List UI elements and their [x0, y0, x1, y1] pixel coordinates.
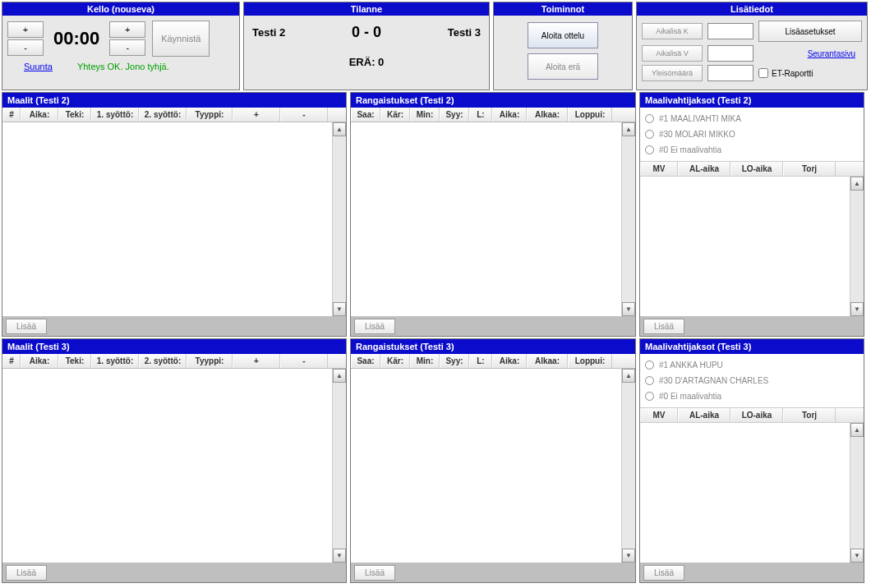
scrollbar[interactable]: ▲ ▼ [621, 369, 635, 563]
start-match-button[interactable]: Aloita ottelu [528, 22, 598, 48]
goalie-away-panel: Maalivahtijaksot (Testi 3) #1 ANKKA HUPU… [639, 338, 864, 583]
timeout-away-input[interactable] [707, 45, 753, 62]
radio-icon[interactable] [645, 376, 654, 385]
penalties-home-panel: Rangaistukset (Testi 2) Saa: Kär: Min: S… [350, 92, 636, 337]
goals-away-header: Maalit (Testi 3) [2, 339, 346, 354]
add-penalty-away-button[interactable]: Lisää [354, 565, 395, 581]
start-clock-button[interactable]: Käynnistä [152, 21, 210, 57]
timeout-home-button[interactable]: Aikalisä K [642, 23, 703, 39]
scroll-up-icon[interactable]: ▲ [622, 369, 635, 383]
add-goalie-period-away-button[interactable]: Lisää [643, 565, 684, 581]
add-goal-away-button[interactable]: Lisää [6, 565, 47, 581]
actions-panel: Toiminnot Aloita ottelu Aloita erä [493, 2, 633, 90]
clock-sec-plus[interactable]: + [109, 21, 145, 38]
scrollbar[interactable]: ▲ ▼ [332, 122, 346, 316]
tracking-page-link[interactable]: Seurantasivu [758, 49, 862, 58]
scroll-up-icon[interactable]: ▲ [850, 423, 864, 437]
score-header: Tilanne [244, 2, 489, 16]
radio-icon[interactable] [645, 130, 654, 139]
attendance-input[interactable] [707, 65, 753, 81]
direction-link[interactable]: Suunta [24, 62, 53, 71]
clock-min-plus[interactable]: + [7, 21, 44, 38]
add-penalty-home-button[interactable]: Lisää [354, 319, 395, 334]
goals-home-header: Maalit (Testi 2) [2, 93, 346, 108]
penalties-away-panel: Rangaistukset (Testi 3) Saa: Kär: Min: S… [350, 338, 636, 583]
scroll-up-icon[interactable]: ▲ [333, 122, 346, 136]
connection-status: Yhteys OK. Jono tyhjä. [77, 62, 169, 71]
et-report-label: ET-Raportti [772, 69, 813, 78]
radio-icon[interactable] [645, 114, 654, 123]
scrollbar[interactable]: ▲ ▼ [332, 369, 346, 563]
period-label: ERÄ: 0 [252, 56, 481, 68]
scroll-down-icon[interactable]: ▼ [622, 549, 635, 563]
extras-panel: Lisätiedot Aikalisä K Lisäasetukset Aika… [636, 2, 868, 90]
goalie-option[interactable]: #0 Ei maalivahtia [645, 142, 859, 158]
goals-home-panel: Maalit (Testi 2) # Aika: Teki: 1. syöttö… [2, 92, 347, 337]
scrollbar[interactable]: ▲ ▼ [850, 177, 864, 316]
score-panel: Tilanne Testi 2 0 - 0 Testi 3 ERÄ: 0 [243, 2, 490, 90]
scroll-up-icon[interactable]: ▲ [333, 369, 346, 383]
goals-home-columns: # Aika: Teki: 1. syöttö: 2. syöttö: Tyyp… [2, 108, 346, 122]
clock-sec-minus[interactable]: - [109, 39, 145, 56]
penalties-home-header: Rangaistukset (Testi 2) [351, 93, 635, 108]
radio-icon[interactable] [645, 392, 654, 401]
scroll-up-icon[interactable]: ▲ [850, 177, 864, 191]
scroll-down-icon[interactable]: ▼ [850, 549, 864, 563]
home-team-name: Testi 2 [252, 26, 285, 39]
penalties-away-header: Rangaistukset (Testi 3) [351, 339, 635, 354]
radio-icon[interactable] [645, 361, 654, 370]
goals-away-panel: Maalit (Testi 3) # Aika: Teki: 1. syöttö… [2, 338, 347, 583]
scrollbar[interactable]: ▲ ▼ [621, 122, 635, 316]
goalie-away-header: Maalivahtijaksot (Testi 3) [640, 339, 864, 354]
add-goalie-period-home-button[interactable]: Lisää [643, 319, 684, 334]
goalie-option[interactable]: #1 MAALIVAHTI MIKA [645, 111, 859, 126]
clock-min-minus[interactable]: - [7, 39, 44, 56]
extras-header: Lisätiedot [637, 2, 867, 16]
attendance-button[interactable]: Yleisömäärä [642, 65, 703, 81]
goalie-option[interactable]: #30 MOLARI MIKKO [645, 126, 859, 142]
goalie-option[interactable]: #1 ANKKA HUPU [645, 357, 859, 373]
scroll-down-icon[interactable]: ▼ [850, 302, 864, 316]
scroll-down-icon[interactable]: ▼ [333, 302, 346, 316]
goalie-home-panel: Maalivahtijaksot (Testi 2) #1 MAALIVAHTI… [639, 92, 864, 337]
away-team-name: Testi 3 [448, 26, 481, 39]
goalie-option[interactable]: #30 D'ARTAGNAN CHARLES [645, 373, 859, 388]
start-period-button[interactable]: Aloita erä [528, 53, 598, 80]
goalie-option[interactable]: #0 Ei maalivahtia [645, 388, 859, 404]
scroll-down-icon[interactable]: ▼ [622, 302, 635, 316]
clock-panel: Kello (nouseva) + - 00:00 + - Käynnistä … [2, 2, 240, 90]
radio-icon[interactable] [645, 145, 654, 154]
et-report-row[interactable]: ET-Raportti [758, 68, 862, 78]
add-goal-home-button[interactable]: Lisää [6, 319, 47, 334]
goalie-home-header: Maalivahtijaksot (Testi 2) [640, 93, 864, 108]
clock-display: 00:00 [50, 28, 103, 49]
scroll-down-icon[interactable]: ▼ [333, 549, 346, 563]
timeout-away-button[interactable]: Aikalisä V [642, 45, 703, 62]
more-settings-button[interactable]: Lisäasetukset [758, 21, 862, 42]
scroll-up-icon[interactable]: ▲ [622, 122, 635, 136]
timeout-home-input[interactable] [707, 23, 753, 39]
et-report-checkbox[interactable] [758, 68, 768, 78]
scrollbar[interactable]: ▲ ▼ [850, 423, 864, 563]
actions-header: Toiminnot [494, 2, 632, 16]
score-value: 0 - 0 [352, 24, 381, 41]
clock-header: Kello (nouseva) [2, 2, 239, 16]
